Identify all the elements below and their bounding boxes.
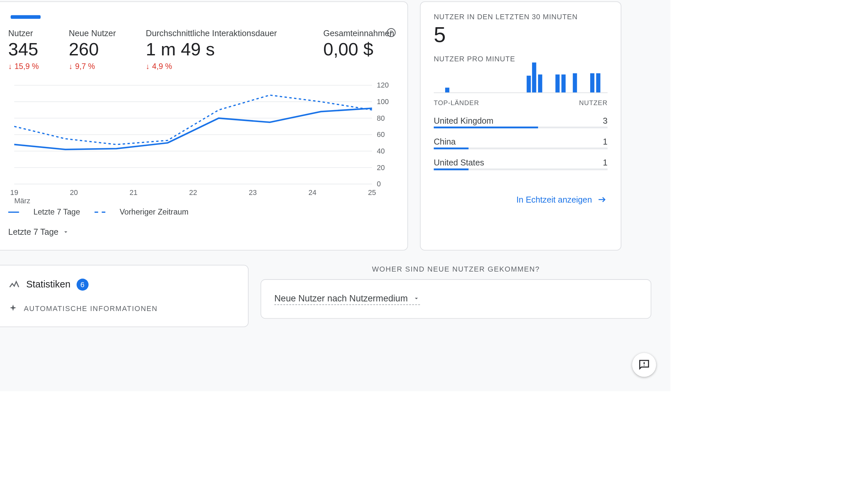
active-tab-indicator — [11, 15, 40, 19]
metric-label: Durchschnittliche Interaktionsdauer — [146, 28, 293, 38]
country-row: United States1 — [434, 154, 608, 168]
legend-label-current: Letzte 7 Tage — [34, 207, 80, 216]
chart-legend: Letzte 7 Tage Vorheriger Zeitraum — [8, 207, 394, 216]
metric-new-users[interactable]: Neue Nutzer 260 ↓9,7 % — [69, 28, 116, 71]
metric-value: 345 — [8, 39, 39, 59]
svg-text:80: 80 — [377, 114, 385, 122]
svg-text:23: 23 — [249, 188, 257, 197]
section-question: WOHER SIND NEUE NUTZER GEKOMMEN? — [261, 265, 651, 273]
metric-revenue[interactable]: Gesamteinnahmen 0,00 $ — [323, 28, 394, 71]
down-arrow-icon: ↓ — [8, 62, 12, 71]
source-dimension-picker[interactable]: Neue Nutzer nach Nutzermedium — [275, 293, 420, 305]
realtime-link-label: In Echtzeit anzeigen — [516, 195, 592, 205]
svg-text:21: 21 — [129, 188, 137, 197]
insights-icon — [8, 279, 20, 290]
down-arrow-icon: ↓ — [69, 62, 73, 71]
view-realtime-link[interactable]: In Echtzeit anzeigen — [434, 194, 608, 205]
metric-value: 260 — [69, 39, 116, 59]
metric-label: Neue Nutzer — [69, 28, 116, 38]
svg-text:24: 24 — [308, 188, 316, 197]
country-bar — [434, 147, 608, 149]
country-bar — [434, 168, 608, 170]
legend-label-previous: Vorheriger Zeitraum — [120, 207, 188, 216]
svg-text:?: ? — [390, 29, 393, 36]
realtime-title: NUTZER IN DEN LETZTEN 30 MINUTEN — [434, 13, 608, 21]
auto-insights-heading: AUTOMATISCHE INFORMATIONEN — [8, 304, 235, 313]
legend-swatch-solid — [8, 211, 19, 212]
svg-text:25: 25 — [368, 188, 376, 197]
overview-card: Nutzer 345 ↓15,9 % Neue Nutzer 260 ↓9,7 … — [0, 1, 408, 250]
metric-value: 1 m 49 s — [146, 39, 293, 59]
svg-text:22: 22 — [189, 188, 197, 197]
svg-text:März: März — [14, 197, 30, 205]
svg-text:60: 60 — [377, 130, 385, 139]
country-row: United Kingdom3 — [434, 112, 608, 126]
svg-text:0: 0 — [377, 180, 381, 188]
metric-change: ↓15,9 % — [8, 62, 39, 71]
country-row: China1 — [434, 133, 608, 147]
realtime-value: 5 — [434, 23, 608, 48]
metric-change: ↓4,9 % — [146, 62, 293, 71]
insights-card: Statistiken 6 AUTOMATISCHE INFORMATIONEN — [0, 265, 249, 327]
svg-text:120: 120 — [377, 81, 389, 89]
new-users-source-card: Neue Nutzer nach Nutzermedium — [261, 279, 651, 319]
svg-text:19: 19 — [10, 188, 18, 197]
metric-avg-engagement[interactable]: Durchschnittliche Interaktionsdauer 1 m … — [146, 28, 293, 71]
feedback-button[interactable] — [632, 353, 656, 377]
realtime-card: NUTZER IN DEN LETZTEN 30 MINUTEN 5 NUTZE… — [420, 1, 621, 250]
feedback-icon — [638, 358, 651, 371]
realtime-sparkline — [434, 63, 608, 93]
realtime-per-minute-label: NUTZER PRO MINUTE — [434, 55, 608, 63]
legend-swatch-dashed — [95, 211, 105, 212]
help-icon[interactable]: ? — [386, 27, 397, 38]
country-bar — [434, 127, 608, 128]
date-range-label: Letzte 7 Tage — [8, 227, 59, 237]
metric-users[interactable]: Nutzer 345 ↓15,9 % — [8, 28, 39, 71]
arrow-right-icon — [597, 194, 608, 205]
dropdown-icon — [413, 295, 420, 302]
sparkle-icon — [8, 304, 18, 313]
dropdown-icon — [62, 229, 70, 236]
svg-text:40: 40 — [377, 147, 385, 155]
down-arrow-icon: ↓ — [146, 62, 150, 71]
metric-label: Nutzer — [8, 28, 39, 38]
main-content: Monatsbericht A Alle Nutzer Vergleich hi… — [0, 0, 671, 391]
date-range-picker[interactable]: Letzte 7 Tage — [8, 227, 394, 237]
metric-label: Gesamteinnahmen — [323, 28, 394, 38]
svg-text:100: 100 — [377, 98, 389, 106]
svg-text:20: 20 — [377, 164, 385, 172]
countries-header: TOP-LÄNDER NUTZER — [434, 99, 608, 106]
source-picker-label: Neue Nutzer nach Nutzermedium — [275, 293, 408, 303]
metric-change: ↓9,7 % — [69, 62, 116, 71]
trend-chart: 020406080100120 19202122232425März — [8, 79, 394, 205]
metric-value: 0,00 $ — [323, 39, 394, 59]
insights-count-badge: 6 — [76, 279, 88, 290]
insights-label: Statistiken — [26, 279, 70, 290]
svg-text:20: 20 — [70, 188, 78, 197]
